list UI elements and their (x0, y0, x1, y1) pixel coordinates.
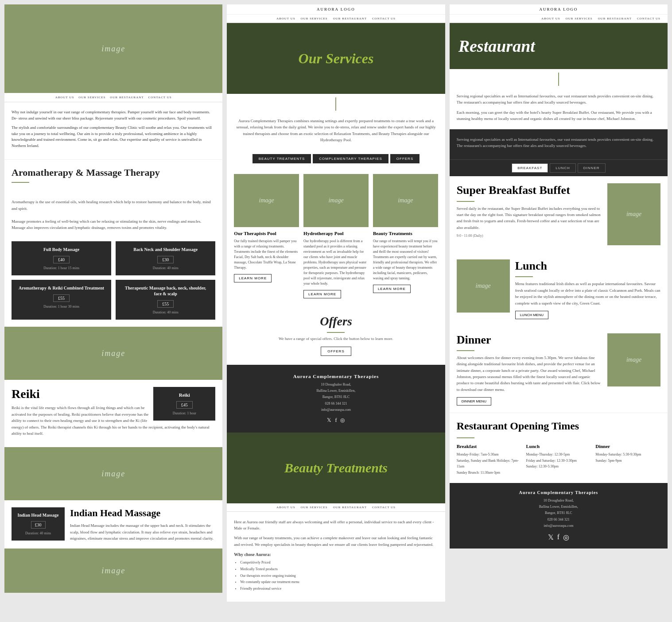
col2-beauty-nav-restaurant[interactable]: OUR RESTAURANT (333, 506, 367, 509)
col1-image3: image (4, 447, 222, 500)
col3-dinner-image: image (607, 333, 660, 386)
col1-aroma-title: Aromatherapy & Massage Therapy (4, 159, 222, 193)
col3-twitter-icon[interactable]: 𝕏 (548, 533, 554, 541)
learn-more-therapists[interactable]: LEARN MORE (234, 274, 272, 282)
meal-tab-dinner[interactable]: DINNER (578, 163, 606, 173)
col2-nav-services[interactable]: OUR SERVICES (301, 17, 328, 20)
col2-footer: Aurora Complementary Therapies 10 Drough… (227, 365, 445, 433)
offers-button[interactable]: OFFERS (321, 347, 351, 356)
col1-nav-contact[interactable]: CONTACT US (148, 96, 172, 99)
col1-aroma-desc: Aromatherapy is the use of essential oil… (4, 193, 222, 238)
times-lunch: Lunch Monday-Thursday: 12:30-5pm Friday … (526, 444, 591, 475)
col1-services-grid: Full Body Massage £40 Duration: 1 hour 1… (4, 238, 222, 327)
col3-dinner-section: Dinner About welcomes diners for dinner … (450, 326, 668, 413)
column-1: image ABOUT US OUR SERVICES OUR RESTAURA… (4, 4, 222, 602)
col1-image4: image (4, 549, 222, 593)
treatment-card-therapists: image Our Therapists Pool Our fully trai… (234, 174, 299, 298)
lunch-menu-button[interactable]: LUNCH MENU (515, 311, 548, 319)
col3-dinner-text: Dinner About welcomes diners for dinner … (457, 333, 602, 406)
instagram-icon[interactable]: ◎ (340, 417, 345, 424)
col2-beauty-nav-contact[interactable]: CONTACT US (372, 506, 396, 509)
col2-beauty-content: Here at Aurora our friendly staff are al… (227, 512, 445, 602)
col2-logo: AURORA LOGO (317, 7, 355, 12)
tab-beauty-treatments[interactable]: BEAUTY TREATMENTS (252, 154, 311, 163)
col1-nav-about[interactable]: ABOUT US (55, 96, 74, 99)
col2-beauty-nav-services[interactable]: OUR SERVICES (301, 506, 328, 509)
col3-breakfast-image: image (607, 183, 660, 245)
col1-nav-restaurant[interactable]: OUR RESTAURANT (110, 96, 144, 99)
col3-footer: Aurora Complementary Therapies 10 Drough… (450, 483, 668, 549)
col2-beauty-hero: Beauty Treatments (227, 433, 445, 503)
col1-nav-services[interactable]: OUR SERVICES (78, 96, 105, 99)
col2-tabs: BEAUTY TREATMENTS COMPLEMENTARY THERAPIE… (227, 151, 445, 167)
col3-nav-restaurant[interactable]: OUR RESTAURANT (598, 17, 632, 20)
learn-more-beauty[interactable]: LEARN MORE (373, 285, 411, 293)
col3-lunch-text: Lunch Menu features traditional Irish di… (515, 259, 660, 319)
meal-tab-lunch[interactable]: LUNCH (550, 163, 576, 173)
col2-offers-section: Offers We have a range of special offers… (227, 305, 445, 365)
col2-beauty-list: Competitively Priced Medically Tested pr… (234, 560, 438, 592)
dinner-menu-button[interactable]: DINNER MENU (457, 397, 491, 406)
col3-lunch-image: image (457, 259, 510, 313)
column-3: AURORA LOGO ABOUT US OUR SERVICES OUR RE… (450, 4, 668, 602)
column-2: AURORA LOGO ABOUT US OUR SERVICES OUR RE… (227, 4, 445, 602)
card1-image: image (234, 174, 299, 227)
col3-opening-times: Restaurant Opening Times Breakfast Monda… (450, 413, 668, 483)
service-card-backneck: Back Neck and Shoulder Massage £30 Durat… (116, 241, 215, 275)
col2-beauty-nav-about[interactable]: ABOUT US (276, 506, 295, 509)
col3-nav-about[interactable]: ABOUT US (541, 17, 560, 20)
col2-nav-contact[interactable]: CONTACT US (372, 17, 396, 20)
col1-indian-section: Indian Head Massage £30 Duration: 40 min… (4, 500, 222, 549)
service-card-aroma-reiki: Aromatherapy & Reiki Combined Treatment … (12, 280, 111, 320)
col2-services-hero: Our Services (227, 23, 445, 94)
col1-intro: Why not indulge yourself in our vast ran… (4, 102, 222, 159)
col2-intro-text: Aurora Complementary Therapies combines … (227, 111, 445, 151)
card3-image: image (373, 174, 438, 227)
tab-offers[interactable]: OFFERS (390, 154, 420, 163)
treatment-card-hydro: image Hydrotherapy Pool Our hydrotherapy… (303, 174, 369, 298)
learn-more-hydro[interactable]: LEARN MORE (303, 290, 341, 298)
col2-nav-restaurant[interactable]: OUR RESTAURANT (333, 17, 367, 20)
col3-facebook-icon[interactable]: f (557, 533, 559, 541)
meal-tab-breakfast[interactable]: BREAKFAST (512, 163, 548, 173)
card2-image: image (303, 174, 369, 227)
treatment-card-beauty: image Beauty Treatments Our range of tre… (373, 174, 438, 298)
col3-nav-services[interactable]: OUR SERVICES (566, 17, 593, 20)
col3-meal-tabs: BREAKFAST LUNCH DINNER (450, 159, 668, 176)
col2-nav-about[interactable]: ABOUT US (276, 17, 295, 20)
col1-hero-image: image (4, 4, 222, 93)
col3-times-grid: Breakfast Monday-Friday: 7am-5:30am Satu… (457, 444, 660, 475)
col1-indian-text: Indian Head Massage Indian Head Massage … (70, 507, 215, 541)
facebook-icon[interactable]: f (335, 417, 337, 424)
col1-reiki-card: Reiki £45 Duration: 1 hour (153, 387, 215, 421)
col3-restaurant-hero: Restaurant (450, 23, 668, 69)
col3-breakfast-text: Super Breakfast Buffet Served daily in t… (457, 183, 602, 245)
service-card-therapeutic: Therapeutic Massage back, neck, shoulder… (116, 280, 215, 320)
col3-nav-contact[interactable]: CONTACT US (637, 17, 660, 20)
tab-complementary[interactable]: COMPLEMENTARY THERAPIES (313, 154, 388, 163)
col3-instagram-icon[interactable]: ◎ (563, 533, 569, 541)
col3-dark-section: Serving regional specialties as well as … (450, 129, 668, 160)
col3-logo: AURORA LOGO (539, 7, 578, 12)
col3-lunch-section: image Lunch Menu features traditional Ir… (450, 252, 668, 326)
col1-reiki-section: Reiki £45 Duration: 1 hour Reiki Reiki i… (4, 380, 222, 447)
service-card-fullbody: Full Body Massage £40 Duration: 1 hour 1… (12, 241, 111, 275)
col1-image2: image (4, 327, 222, 380)
col3-intro: Serving regional specialties as well as … (450, 86, 668, 129)
col3-breakfast-section: Super Breakfast Buffet Served daily in t… (450, 176, 668, 252)
col2-cards: image Our Therapists Pool Our fully trai… (227, 167, 445, 305)
twitter-icon[interactable]: 𝕏 (327, 417, 331, 424)
times-dinner: Dinner Monday-Saturday: 5:30-9:30pm Sund… (595, 444, 660, 475)
times-breakfast: Breakfast Monday-Friday: 7am-5:30am Satu… (457, 444, 522, 475)
col1-indian-card: Indian Head Massage £30 Duration: 40 min… (12, 507, 65, 541)
